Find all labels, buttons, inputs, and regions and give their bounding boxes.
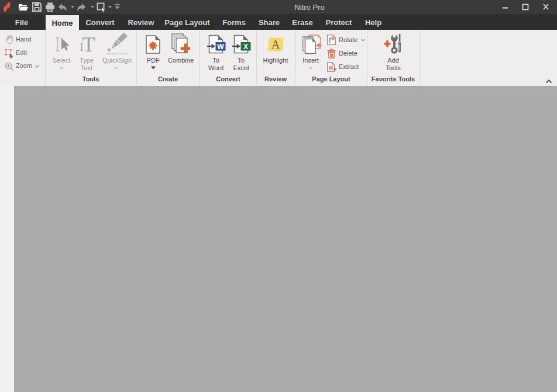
svg-text:W: W [217, 43, 224, 51]
svg-text:A: A [271, 38, 280, 51]
svg-text:T: T [82, 33, 95, 56]
svg-text:X: X [243, 43, 248, 51]
